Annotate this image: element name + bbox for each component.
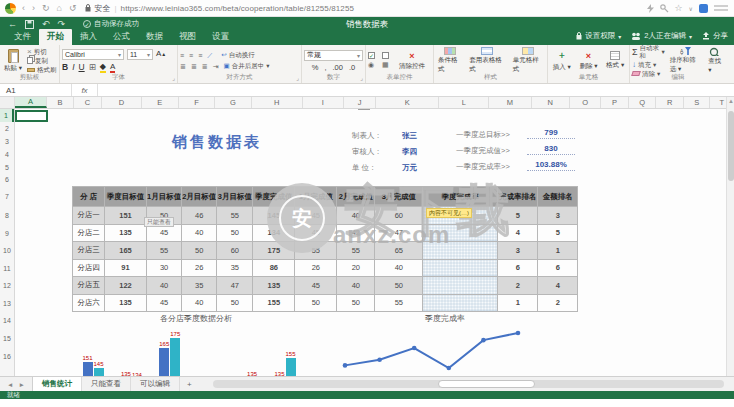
grow-font-button[interactable]: A▲ <box>156 49 166 60</box>
cell[interactable]: 47 <box>375 224 423 242</box>
row-header-16[interactable]: 16 <box>0 348 14 366</box>
cell[interactable]: 45 <box>147 294 182 312</box>
cell[interactable]: 55 <box>337 242 375 260</box>
browser-home-icon[interactable]: ⌂ <box>57 3 62 13</box>
cell[interactable]: 47 <box>217 277 253 295</box>
column-header-Q[interactable]: Q <box>629 97 657 108</box>
column-header-I[interactable]: I <box>303 97 344 108</box>
browser-refresh-icon[interactable]: ↻ <box>42 3 50 13</box>
cell[interactable]: 40 <box>337 277 375 295</box>
row-header-13[interactable]: 13 <box>0 295 14 313</box>
cell[interactable]: 分店二 <box>73 224 105 242</box>
cell[interactable]: 151 <box>105 207 147 225</box>
cell[interactable]: 55 <box>147 242 182 260</box>
cell[interactable]: 1 <box>538 242 578 260</box>
sheet-tab-可以编辑[interactable]: 可以编辑 <box>131 377 180 391</box>
cell[interactable]: 20 <box>337 259 375 277</box>
fill-button[interactable]: ↓填充 ▾ <box>632 61 665 69</box>
cell[interactable]: 分店三 <box>73 242 105 260</box>
cell[interactable] <box>423 259 498 277</box>
column-header-J[interactable]: J <box>344 97 376 108</box>
underline-button[interactable]: U <box>79 62 85 72</box>
ribbon-tab-公式[interactable]: 公式 <box>105 29 138 45</box>
cell[interactable]: 135 <box>105 294 147 312</box>
horizontal-scroll-thumb[interactable] <box>438 380 535 388</box>
cell[interactable]: 50 <box>217 294 253 312</box>
comma-style-button[interactable]: , <box>324 63 326 72</box>
row-header-1[interactable]: 1 <box>0 109 14 122</box>
cell[interactable]: 122 <box>105 277 147 295</box>
insert-cells-button[interactable]: ＋ 插入 ▾ <box>551 47 573 74</box>
cell[interactable]: 45 <box>295 224 337 242</box>
cell[interactable]: 2 <box>538 294 578 312</box>
clear-controls-button[interactable]: × 清除控件 <box>397 47 427 74</box>
cell[interactable]: 分店一 <box>73 207 105 225</box>
address-bar[interactable]: 安全 | https://www.leiniao365.com/beta/coo… <box>85 3 354 14</box>
delete-cells-button[interactable]: × 删除 ▾ <box>577 47 599 74</box>
column-header-N[interactable]: N <box>532 97 570 108</box>
column-header-H[interactable]: H <box>252 97 303 108</box>
cell[interactable]: 26 <box>182 259 217 277</box>
column-header-K[interactable]: K <box>376 97 439 108</box>
font-size-select[interactable]: 11▾ <box>127 49 153 60</box>
row-headers[interactable]: 12345678910111213141516 <box>0 109 15 376</box>
format-cells-button[interactable]: 格式 ▾ <box>604 47 626 74</box>
cell[interactable]: 50 <box>375 277 423 295</box>
column-header-C[interactable]: C <box>74 97 103 108</box>
cell[interactable]: 60 <box>375 207 423 225</box>
column-header-O[interactable]: O <box>570 97 601 108</box>
font-dialog-launcher[interactable]: ⌟ <box>172 74 175 81</box>
ribbon-tab-数据[interactable]: 数据 <box>138 29 171 45</box>
cell[interactable]: 26 <box>295 259 337 277</box>
row-header-7[interactable]: 7 <box>0 186 14 207</box>
cell[interactable]: 46 <box>182 207 217 225</box>
sheet-nav-left-icon[interactable]: ◄ <box>7 381 13 388</box>
vertical-scroll-thumb[interactable] <box>728 111 734 181</box>
number-dialog-launcher[interactable]: ⌟ <box>360 74 363 81</box>
cell[interactable]: 135 <box>105 224 147 242</box>
cell[interactable]: 40 <box>182 294 217 312</box>
cell[interactable]: 134 <box>253 224 295 242</box>
ribbon-tab-开始[interactable]: 开始 <box>39 29 72 45</box>
cell[interactable] <box>423 224 498 242</box>
cell[interactable]: 50 <box>217 224 253 242</box>
column-headers[interactable]: ABCDEFGHIJKLMNOPQRST <box>0 97 734 109</box>
cell[interactable]: 6 <box>498 259 538 277</box>
cell[interactable]: 40 <box>337 207 375 225</box>
column-header-G[interactable]: G <box>215 97 251 108</box>
radio-control-icon[interactable]: ◉ <box>368 61 380 69</box>
permissions-button[interactable]: 设置权限▾ <box>576 31 621 41</box>
bold-button[interactable]: B <box>62 62 68 72</box>
cell[interactable]: 60 <box>217 242 253 260</box>
align-center-button[interactable]: ≣ <box>191 63 197 70</box>
cell[interactable]: 65 <box>375 242 423 260</box>
cell[interactable]: 4 <box>538 277 578 295</box>
cell[interactable]: 135 <box>253 277 295 295</box>
alignment-dialog-launcher[interactable]: ⌟ <box>296 74 299 81</box>
cell[interactable]: 42 <box>337 224 375 242</box>
cell[interactable]: 55 <box>217 207 253 225</box>
cell[interactable]: 分店六 <box>73 294 105 312</box>
align-middle-button[interactable]: ≡ <box>189 52 193 59</box>
ribbon-tab-设置[interactable]: 设置 <box>204 29 237 45</box>
extension-icon[interactable] <box>699 4 708 13</box>
sort-filter-button[interactable]: AZ 排序和筛选 ▾ <box>668 47 704 74</box>
sheet-tab-只能查看[interactable]: 只能查看 <box>82 377 131 391</box>
cell[interactable]: 50 <box>182 242 217 260</box>
column-header-L[interactable]: L <box>439 97 489 108</box>
italic-button[interactable]: I <box>72 62 74 72</box>
column-header-M[interactable]: M <box>489 97 531 108</box>
cell[interactable]: 5 <box>538 224 578 242</box>
ribbon-tab-插入[interactable]: 插入 <box>72 29 105 45</box>
cell[interactable]: 5 <box>498 207 538 225</box>
cell[interactable]: 165 <box>105 242 147 260</box>
cell[interactable] <box>423 242 498 260</box>
find-button[interactable]: 查找▾ <box>706 47 724 74</box>
increase-decimal-button[interactable]: .00 <box>333 63 343 72</box>
sheet-grid[interactable]: 12345678910111213141516 销售数据表 制表人： 张三 审核… <box>0 109 726 376</box>
collaborators-button[interactable]: 2人正在编辑▾ <box>631 31 692 41</box>
chevron-down-icon[interactable]: ∨ <box>689 5 693 12</box>
align-top-button[interactable]: ≡ <box>180 52 184 59</box>
align-bottom-button[interactable]: ≡ <box>198 52 202 59</box>
select-all-corner[interactable] <box>0 97 15 108</box>
